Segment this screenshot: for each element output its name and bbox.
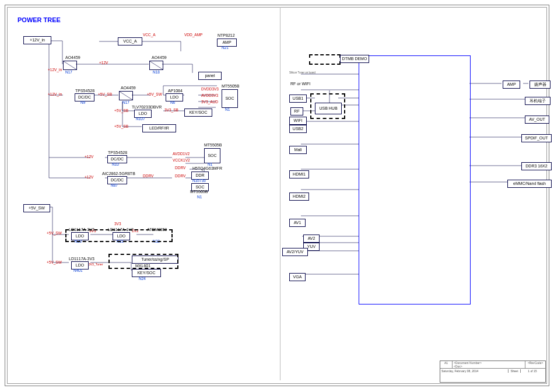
net-5vsb-1: +5V_SB <box>98 92 112 96</box>
net-5vsw-1: +5V_SW <box>147 92 162 96</box>
block-rf: RF <box>290 107 303 116</box>
label-ao4459-2: AO4459 <box>152 55 167 60</box>
block-av1: AV1 <box>289 219 306 227</box>
label-h5tq: H5TQ4G63MFR <box>192 166 222 170</box>
ref-n35736: N35736 <box>192 178 206 183</box>
net-5vsb-2: +5V_SB <box>114 108 128 113</box>
block-avout: AV_OUT <box>525 116 549 124</box>
net-vdd-amp: VDD_AMP <box>184 33 202 37</box>
net-dvdd3v3: DVDD3V3 <box>201 87 219 91</box>
block-vga: VGA <box>289 273 306 281</box>
net-5vsw-3: +5V_SW <box>47 260 62 264</box>
dash-group-1 <box>65 229 173 242</box>
block-n18 <box>149 61 163 70</box>
net-3v3aud: 3V3_AUD <box>201 100 218 104</box>
tb-date: Saturday, February 08, 2014 <box>441 369 508 373</box>
label-mt5505b-a: MT5505B <box>222 84 239 88</box>
label-mt5505b-b: MT5505B <box>204 143 222 147</box>
ref-n17b: N17 <box>122 100 129 104</box>
port-12v-in: +12V_in <box>23 36 51 44</box>
block-amp-out: AMP <box>503 80 520 89</box>
block-hdmi2: HDMI2 <box>289 192 309 201</box>
label-silicon-tuner: Silicon Tuner on board <box>289 71 315 74</box>
soc-main-box <box>359 55 471 304</box>
ref-n6: N6 <box>170 100 175 104</box>
net-12v-2: +12V <box>85 155 93 159</box>
net-vcc-a: VCC_A <box>143 33 156 37</box>
ref-n87: N87 <box>111 183 118 187</box>
net-12v-3: +12V <box>85 175 93 179</box>
label-ap1084: AP1084 <box>168 89 183 93</box>
tb-doc2-text: <Doc> <box>454 365 462 368</box>
net-ddrv-3: DDRV <box>175 166 185 170</box>
block-headphone: 耳机端子 <box>525 97 551 105</box>
net-3v3-top: 3V3 <box>114 222 121 226</box>
net-5vsw-2: +5V_SW <box>47 231 62 235</box>
block-panel: panel <box>198 72 222 80</box>
block-av2yuv: AV2/YUV <box>282 248 308 256</box>
net-avdd1v2: AVDD1V2 <box>173 152 190 156</box>
net-vcck1v2: VCCK1V2 <box>173 158 190 162</box>
tb-sheet-word: Sheet <box>508 369 520 373</box>
title-block: A1 <Document Number> <Doc> <RevCode> Sat… <box>440 360 546 383</box>
tb-docnum: <Document Number> <Doc> <box>453 361 525 368</box>
block-soc-a: SOC <box>222 89 238 108</box>
label-ld1117-c: LD1117A-3V3 <box>69 257 94 261</box>
label-ao4459-1: AO4459 <box>65 55 80 60</box>
block-key-soc-2: KEY/SOC <box>132 269 161 277</box>
block-n17b <box>119 91 133 100</box>
block-usb1: USB1 <box>289 94 307 103</box>
label-rf-or-wifi: RF or WIFI <box>290 82 310 86</box>
label-aic2862: AIC2862-5GR8TB <box>102 172 135 176</box>
label-tlv70233: TLV70233DBVR <box>132 105 162 109</box>
block-usb2: USB2 <box>289 125 307 133</box>
label-tps54528-b: TPS54528 <box>108 150 127 155</box>
block-hdmi1: HDMI1 <box>289 170 309 178</box>
label-mt5505b-c: MT5505B <box>190 190 208 194</box>
net-3v3sb: 3V3_SB <box>164 108 178 112</box>
tb-rev: <RevCode> <box>525 361 545 368</box>
block-speaker: 扬声器 <box>530 80 551 89</box>
tb-size: A1 <box>440 361 453 368</box>
wiring-layer <box>0 0 554 392</box>
block-led-rf-ir: LED/RF/IR <box>142 124 176 132</box>
label-ntp8212: NTP8212 <box>218 33 235 37</box>
schematic-page: POWER TREE +12V_in +5V_SW VCC_A VCC_A VD… <box>0 0 554 392</box>
dash-group-2 <box>108 254 178 269</box>
block-n17a <box>63 61 77 70</box>
net-ddrv-2: DDRV <box>175 174 185 178</box>
net-ddrv-1: DDRV <box>143 174 153 178</box>
block-av2: AV2 <box>303 235 320 243</box>
dash-group-top <box>309 54 341 65</box>
net-12v-1: +12V <box>99 61 108 65</box>
ref-n21: N21 <box>222 46 229 50</box>
block-key-soc-1: KEY/SOC <box>184 108 212 117</box>
dash-usb-hub <box>310 93 345 119</box>
block-dtmb: DTMB DEMO <box>340 55 369 63</box>
ref-n1c: N1 <box>197 195 202 199</box>
ref-n1b: N1 <box>208 162 212 166</box>
block-emmc: eMMC/Nand flash <box>507 180 552 188</box>
block-ddr3: DDR3 16X2 <box>521 162 552 170</box>
ref-n18: N18 <box>153 70 160 74</box>
block-soc-b: SOC <box>204 148 220 163</box>
net-avdd3v3: AVDD3V3 <box>201 93 218 97</box>
ref-n9: N9 <box>80 100 85 104</box>
net-12vin-2: +12V_in <box>48 92 62 96</box>
ref-n24: N24 <box>139 276 146 281</box>
net-3v3tuner: 3V3_Tuner <box>89 262 103 266</box>
port-5v-sw: +5V_SW <box>23 204 50 212</box>
ref-n107: N107 <box>136 117 145 121</box>
ref-n17a: N17 <box>65 70 72 74</box>
label-tps54528-a: TPS54528 <box>75 89 94 93</box>
net-5vsb-3: +5V_SB <box>114 124 128 128</box>
block-spdif: SPDIF_OUT <box>521 134 552 142</box>
block-wifi: WIFI <box>289 117 307 125</box>
ref-n1a: N1 <box>225 107 230 111</box>
block-mali: Mali <box>289 146 307 154</box>
label-ao4459-3: AO4459 <box>121 86 136 90</box>
tb-sheet: 1 of 15 <box>520 369 544 373</box>
ref-n10: N10 <box>112 162 119 166</box>
ref-n401: N401 <box>73 268 83 272</box>
block-vcc-a: VCC_A <box>118 37 142 46</box>
